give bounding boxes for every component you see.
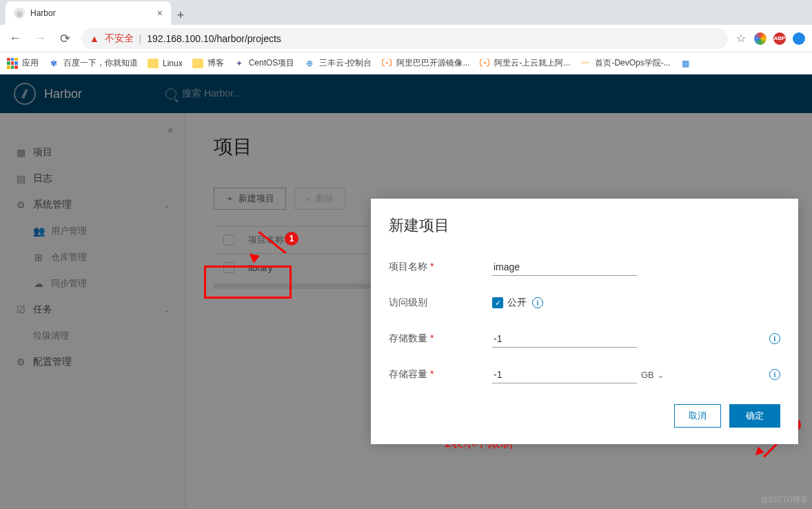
extension-icons: ABP	[754, 32, 805, 45]
bookmark-item[interactable]: 〔-〕阿里巴巴开源镜像...	[381, 57, 469, 69]
close-icon[interactable]: ×	[157, 8, 163, 19]
sidebar-item-tasks[interactable]: ☑任务⌄	[0, 297, 185, 323]
cloud-sync-icon: ☁	[33, 278, 44, 289]
project-name-cell[interactable]: library	[248, 263, 272, 273]
admin-icon: ⚙	[15, 199, 26, 210]
app-logo[interactable]: Harbor	[14, 83, 165, 105]
column-header[interactable]: 项目名称	[248, 234, 284, 246]
sidebar-item-admin[interactable]: ⚙系统管理⌄	[0, 192, 185, 218]
sidebar-item-registries[interactable]: ⊞仓库管理	[0, 244, 185, 270]
bookmark-item[interactable]: ⊕三丰云-控制台	[304, 57, 372, 69]
button-label: 新建项目	[238, 192, 274, 205]
apps-grid-icon	[7, 58, 18, 69]
new-project-button[interactable]: ＋新建项目	[214, 188, 286, 210]
bookmark-label: 阿里云-上云就上阿...	[494, 57, 570, 69]
delete-button[interactable]: ×删除	[294, 188, 345, 210]
storage-quota-input[interactable]	[492, 366, 637, 383]
app-header: Harbor 搜索 Harbor...	[0, 74, 812, 113]
apps-label: 应用	[22, 57, 39, 69]
select-all-checkbox[interactable]	[223, 234, 234, 246]
site-icon: ▦	[680, 58, 691, 69]
form-row-access: 访问级别 ✓ 公开 i	[389, 292, 780, 313]
url-text: 192.168.100.10/harbor/projects	[147, 33, 281, 44]
sidebar: « ▦项目 ▤日志 ⚙系统管理⌄ 👥用户管理 ⊞仓库管理 ☁同步管理 ☑任务⌄ …	[0, 113, 186, 509]
bookmark-label: Linux	[163, 59, 183, 68]
apps-shortcut[interactable]: 应用	[7, 57, 39, 69]
sidebar-item-users[interactable]: 👥用户管理	[0, 218, 185, 244]
bookmark-label: 三丰云-控制台	[319, 57, 372, 69]
unit-select[interactable]: GB⌄	[641, 370, 664, 380]
folder-icon	[192, 59, 203, 68]
public-checkbox[interactable]: ✓	[492, 297, 503, 308]
projects-icon: ▦	[15, 147, 26, 158]
sidebar-item-gc[interactable]: 垃圾清理	[0, 323, 185, 349]
chevron-down-icon: ⌄	[657, 370, 664, 380]
bookmark-item[interactable]: 博客	[192, 57, 224, 69]
paw-icon: ✾	[48, 58, 59, 69]
address-bar[interactable]: ▲ 不安全 | 192.168.100.10/harbor/projects	[81, 28, 728, 49]
project-name-input[interactable]	[492, 259, 637, 276]
sidebar-item-label: 用户管理	[51, 225, 87, 237]
sidebar-item-label: 系统管理	[33, 199, 72, 211]
sidebar-item-label: 配置管理	[33, 356, 72, 368]
alibaba-icon: 〔-〕	[381, 58, 392, 69]
site-icon: ⊕	[304, 58, 315, 69]
info-icon[interactable]: i	[769, 369, 780, 380]
storage-count-input[interactable]	[492, 330, 637, 348]
plus-icon: ＋	[225, 192, 234, 205]
search-icon	[165, 88, 176, 99]
global-search[interactable]: 搜索 Harbor...	[165, 88, 241, 100]
bookmark-item[interactable]: 〔-〕阿里云-上云就上阿...	[479, 57, 570, 69]
extension-icon[interactable]	[754, 32, 767, 45]
form-row-quota: 存储容量 * GB⌄ i	[389, 364, 780, 385]
info-icon[interactable]: i	[769, 333, 780, 344]
chevron-down-icon: ⌄	[163, 200, 170, 210]
field-label: 存储容量 *	[389, 368, 492, 381]
modal-title: 新建项目	[389, 215, 780, 236]
folder-icon	[148, 59, 159, 68]
browser-tab[interactable]: ◎ Harbor ×	[6, 1, 171, 25]
back-button[interactable]: ←	[7, 30, 23, 47]
sidebar-item-label: 垃圾清理	[33, 330, 69, 342]
page-title: 项目	[214, 134, 791, 160]
bookmark-label: 博客	[207, 57, 224, 69]
reload-button[interactable]: ⟳	[57, 30, 73, 47]
tab-title: Harbor	[30, 8, 56, 18]
row-checkbox[interactable]	[223, 262, 234, 273]
checkbox-label: 公开	[507, 297, 527, 309]
form-row-name: 项目名称 *	[389, 257, 780, 277]
bookmark-label: 首页-DevOps学院-...	[595, 57, 670, 69]
sidebar-item-config[interactable]: ⚙配置管理	[0, 349, 185, 375]
new-tab-button[interactable]: +	[171, 6, 190, 25]
bookmark-item[interactable]: ✾百度一下，你就知道	[48, 57, 138, 69]
sidebar-item-projects[interactable]: ▦项目	[0, 139, 185, 166]
unit-label: GB	[641, 370, 654, 380]
bookmark-item[interactable]: 〰首页-DevOps学院-...	[580, 57, 670, 69]
bookmark-label: 阿里巴巴开源镜像...	[396, 57, 469, 69]
sidebar-item-logs[interactable]: ▤日志	[0, 166, 185, 192]
users-icon: 👥	[33, 226, 44, 237]
sidebar-item-replication[interactable]: ☁同步管理	[0, 270, 185, 297]
bookmark-star-icon[interactable]: ☆	[736, 32, 746, 45]
info-icon[interactable]: i	[532, 297, 543, 308]
bookmark-item[interactable]: ▦	[680, 58, 691, 69]
x-icon: ×	[306, 194, 312, 204]
sidebar-item-label: 日志	[33, 172, 52, 185]
adblock-icon[interactable]: ABP	[773, 32, 786, 45]
bookmark-label: CentOS项目	[249, 57, 295, 69]
chevron-down-icon: ⌄	[163, 305, 170, 315]
bookmark-item[interactable]: Linux	[148, 59, 183, 68]
cancel-button[interactable]: 取消	[674, 404, 721, 428]
bookmark-label: 百度一下，你就知道	[63, 57, 138, 69]
field-label: 存储数量 *	[389, 332, 492, 345]
tab-favicon-icon: ◎	[14, 8, 25, 19]
confirm-button[interactable]: 确定	[729, 404, 780, 428]
search-placeholder: 搜索 Harbor...	[182, 88, 241, 100]
bookmark-item[interactable]: ✦CentOS项目	[234, 57, 295, 69]
gear-icon: ⚙	[15, 357, 26, 368]
alibaba-icon: 〔-〕	[479, 58, 490, 69]
collapse-sidebar-button[interactable]: «	[0, 120, 185, 139]
extension-icon[interactable]	[793, 32, 805, 45]
forward-button[interactable]: →	[32, 30, 48, 47]
new-project-modal: 新建项目 项目名称 * 访问级别 ✓ 公开 i 存储数量 * i 存储容量 * …	[371, 199, 798, 444]
